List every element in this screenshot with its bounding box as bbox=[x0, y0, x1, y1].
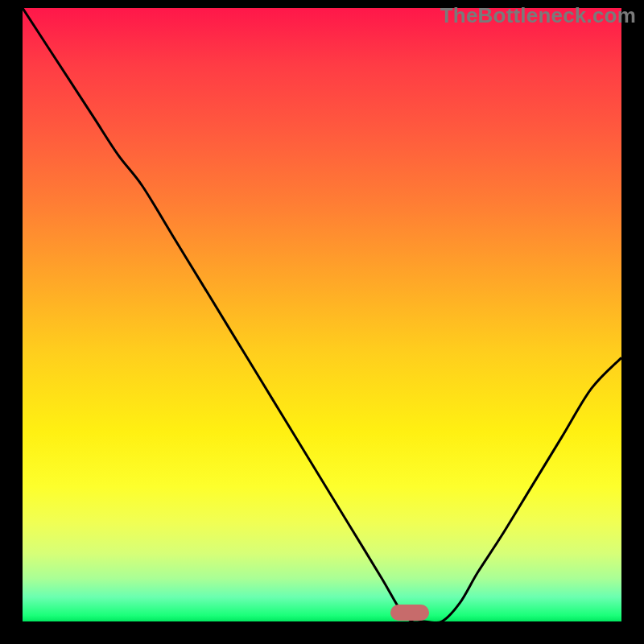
right-border bbox=[621, 0, 644, 644]
baseline bbox=[23, 621, 621, 644]
left-border bbox=[0, 0, 23, 644]
plot-gradient-background bbox=[23, 8, 621, 621]
optimum-marker bbox=[390, 605, 429, 621]
chart-frame: TheBottleneck.com bbox=[0, 0, 644, 644]
